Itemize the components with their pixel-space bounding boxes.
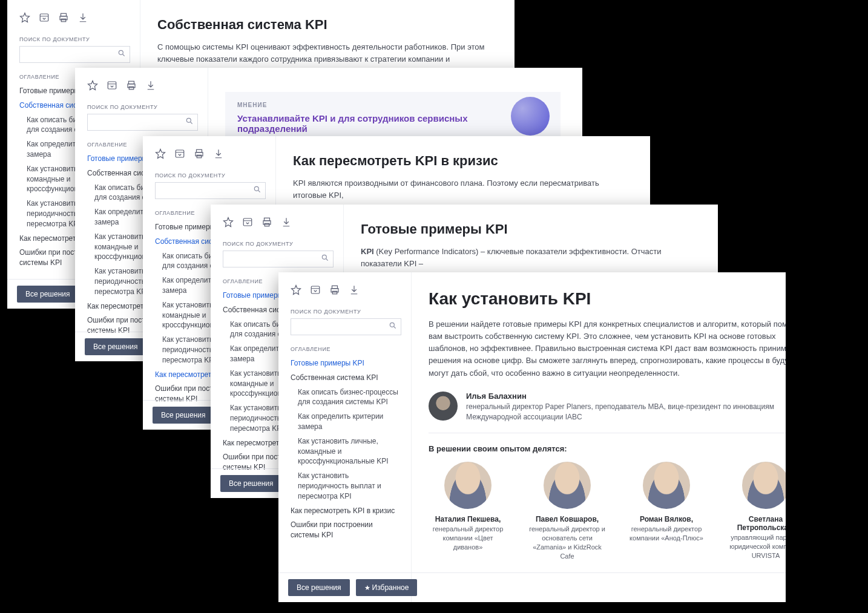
sidebar: ПОИСК ПО ДОКУМЕНТУ ОГЛАВЛЕНИЕ Готовые пр…: [278, 272, 412, 602]
search-box[interactable]: [223, 251, 334, 267]
contributor-name: Роман Вялков,: [627, 515, 706, 523]
search-label: ПОИСК ПО ДОКУМЕНТУ: [291, 309, 401, 315]
author-role: генеральный директор Paper Planers, преп…: [466, 402, 786, 422]
search-label: ПОИСК ПО ДОКУМЕНТУ: [87, 104, 198, 110]
download-icon[interactable]: [145, 80, 156, 93]
toc-item[interactable]: Как определить критерии замера: [291, 411, 401, 432]
all-solutions-button[interactable]: Все решения: [85, 338, 146, 355]
search-box[interactable]: [19, 46, 130, 63]
archive-icon[interactable]: [39, 12, 50, 25]
search-icon[interactable]: [389, 321, 397, 332]
download-icon[interactable]: [213, 148, 224, 162]
svg-rect-13: [197, 155, 202, 158]
body-text: KPI являются производными от финансового…: [293, 177, 628, 202]
search-box[interactable]: [155, 182, 266, 199]
svg-point-4: [119, 50, 123, 54]
download-icon[interactable]: [77, 12, 88, 25]
search-icon[interactable]: [253, 185, 261, 196]
search-label: ПОИСК ПО ДОКУМЕНТУ: [19, 36, 130, 42]
document-card-5: ПОИСК ПО ДОКУМЕНТУ ОГЛАВЛЕНИЕ Готовые пр…: [278, 272, 786, 602]
svg-rect-1: [61, 13, 67, 16]
toolbar: [291, 284, 401, 298]
svg-rect-21: [332, 286, 338, 289]
contributors-label: В решении своим опытом делятся:: [429, 444, 786, 453]
contributor: Наталия Пекшева, генеральный директор ко…: [429, 462, 507, 560]
contributor-role: генеральный директор и основатель сети «…: [528, 525, 607, 560]
print-icon[interactable]: [194, 148, 205, 162]
svg-rect-0: [40, 14, 48, 21]
toc-item[interactable]: Готовые примеры KPI: [291, 358, 401, 369]
opinion-label: МНЕНИЕ: [237, 102, 548, 108]
all-solutions-button[interactable]: Все решения: [17, 286, 79, 303]
toc-list: Готовые примеры KPI Собственная система …: [291, 358, 401, 540]
search-box[interactable]: [291, 318, 401, 335]
avatar: [429, 392, 458, 421]
print-icon[interactable]: [261, 217, 272, 230]
search-input[interactable]: [25, 50, 117, 59]
toc-item[interactable]: Как установить личные, командные и кросс…: [291, 436, 401, 467]
search-label: ПОИСК ПО ДОКУМЕНТУ: [223, 241, 334, 247]
contributor: Светлана Петропольская, управляющий парт…: [726, 462, 786, 560]
search-icon[interactable]: [321, 254, 329, 264]
svg-rect-5: [108, 82, 116, 89]
contributor: Роман Вялков, генеральный директор компа…: [627, 462, 706, 560]
svg-rect-23: [332, 291, 337, 294]
contributor: Павел Ковшаров, генеральный директор и о…: [528, 462, 607, 560]
svg-rect-8: [129, 87, 134, 90]
contributor-role: управляющий партнер юридической компании…: [726, 533, 786, 560]
toc-item[interactable]: Ошибки при построении системы KPI: [291, 520, 401, 540]
print-icon[interactable]: [58, 12, 69, 25]
search-input[interactable]: [160, 186, 253, 195]
toc-item[interactable]: Как пересмотреть KPI в кризис: [291, 506, 401, 516]
star-icon[interactable]: [291, 284, 301, 298]
download-icon[interactable]: [349, 284, 360, 298]
contributor-name: Светлана Петропольская,: [726, 515, 786, 532]
content: Как установить KPI В решении найдете гот…: [412, 272, 786, 602]
search-input[interactable]: [228, 255, 321, 263]
opinion-title: Устанавливайте KPI и для сотрудников сер…: [237, 113, 479, 134]
all-solutions-button[interactable]: Все решения: [220, 475, 282, 492]
all-solutions-button[interactable]: Все решения: [288, 579, 350, 596]
star-icon[interactable]: [223, 217, 234, 230]
author-meta: Илья Балахнин генеральный директор Paper…: [466, 392, 786, 422]
toolbar: [87, 80, 198, 93]
star-icon[interactable]: [87, 80, 98, 93]
author-name: Илья Балахнин: [466, 392, 786, 401]
archive-icon[interactable]: [174, 148, 185, 162]
star-icon[interactable]: [19, 12, 30, 25]
search-input[interactable]: [296, 323, 389, 331]
print-icon[interactable]: [126, 80, 137, 93]
star-icon[interactable]: [155, 148, 166, 162]
download-icon[interactable]: [281, 217, 292, 230]
svg-rect-18: [265, 223, 269, 226]
contributors-grid: Наталия Пекшева, генеральный директор ко…: [429, 462, 786, 560]
avatar: [544, 462, 591, 509]
archive-icon[interactable]: [310, 284, 321, 298]
search-input[interactable]: [93, 118, 185, 126]
avatar: [742, 462, 786, 509]
print-icon[interactable]: [329, 284, 340, 298]
contributor-name: Павел Ковшаров,: [528, 515, 607, 523]
svg-point-9: [186, 118, 191, 122]
svg-point-14: [254, 186, 258, 191]
toc-item[interactable]: Как установить периодичность выплат и пе…: [291, 471, 401, 501]
archive-icon[interactable]: [107, 80, 117, 93]
all-solutions-button[interactable]: Все решения: [153, 407, 214, 424]
svg-rect-3: [61, 19, 66, 22]
toc-item[interactable]: Как описать бизнес-процессы для создания…: [291, 387, 401, 408]
toc-item[interactable]: Собственная система KPI: [291, 373, 401, 383]
archive-icon[interactable]: [242, 217, 253, 230]
contributor-name: Наталия Пекшева,: [429, 515, 507, 523]
search-box[interactable]: [87, 114, 198, 131]
page-title: Как установить KPI: [429, 289, 786, 309]
avatar: [643, 462, 690, 509]
body-text: В решении найдете готовые примеры KPI дл…: [429, 318, 786, 379]
favorites-button[interactable]: Избранное: [356, 579, 418, 596]
search-icon[interactable]: [185, 117, 194, 128]
svg-point-19: [322, 255, 326, 259]
search-icon[interactable]: [117, 49, 126, 60]
toolbar: [155, 148, 266, 162]
svg-rect-6: [129, 81, 134, 84]
toolbar: [223, 217, 334, 230]
avatar: [444, 462, 492, 509]
